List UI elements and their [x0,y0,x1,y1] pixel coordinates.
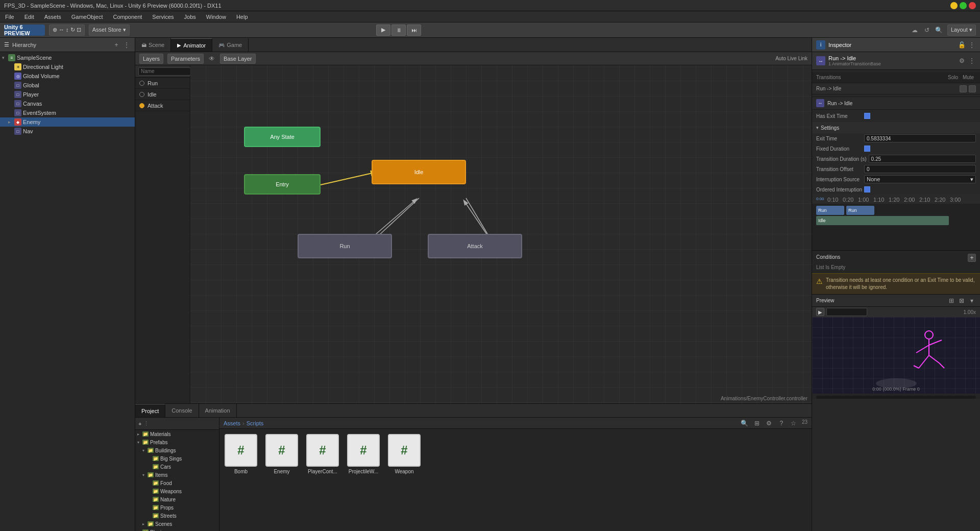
tree-item-buildings[interactable]: ▾ 📁 Buildings [135,446,219,454]
solo-checkbox[interactable] [960,85,967,92]
hier-item-directionallight[interactable]: ☀ Directional Light [0,62,135,71]
script-bomb[interactable]: # Bomb [225,434,257,474]
menu-jobs[interactable]: Jobs [182,13,198,21]
node-entry[interactable]: Entry [244,174,321,195]
node-run[interactable]: Run [298,234,392,258]
track-block-run2[interactable]: Run [846,206,874,215]
script-weapon[interactable]: # Weapon [388,434,421,474]
tree-item-materials[interactable]: ▸ 📁 Materials [135,430,219,438]
hier-item-enemy[interactable]: ▸ ◆ Enemy [0,117,135,127]
menu-assets[interactable]: Assets [42,13,63,21]
tab-console[interactable]: Console [165,404,199,417]
hier-item-player[interactable]: □ Player [0,90,135,99]
pause-button[interactable]: ⏸ [391,25,406,36]
hier-item-canvas[interactable]: □ Canvas [0,99,135,108]
tab-game[interactable]: 🎮 Game [212,38,249,52]
menu-edit[interactable]: Edit [22,13,36,21]
tree-item-nature[interactable]: 📁 Nature [135,495,219,503]
interruption-source-dropdown[interactable]: None ▾ [864,175,976,183]
parameters-btn[interactable]: Parameters [167,54,204,64]
track-block-idle[interactable]: Idle [816,216,949,225]
settings-icon[interactable]: ⚙ [765,419,773,427]
base-layer-btn[interactable]: Base Layer [220,54,256,64]
preview-play-btn[interactable]: ▶ [816,308,824,316]
layers-btn[interactable]: Layers [139,54,163,64]
more-icon[interactable]: ⋮ [968,41,976,49]
tree-item-streets[interactable]: 📁 Streets [135,512,219,520]
cloud-icon[interactable]: ☁ [911,26,919,34]
tree-item-plugins[interactable]: ▸ 📁 Plugins [135,528,219,531]
menu-file[interactable]: File [3,13,16,21]
step-button[interactable]: ⏭ [407,25,421,36]
tree-item-prefabs[interactable]: ▾ 📁 Prefabs [135,438,219,446]
search-icon[interactable]: 🔍 [935,26,943,34]
more-icon[interactable]: ⋮ [122,41,131,49]
hier-item-global[interactable]: □ Global [0,81,135,90]
script-projectile[interactable]: # ProjectileW... [347,434,380,474]
preview-time-input[interactable] [826,308,867,316]
breadcrumb-assets[interactable]: Assets [224,420,240,426]
more-icon[interactable]: ⋮ [968,57,976,65]
tree-item-items[interactable]: ▾ 📁 Items [135,471,219,479]
menu-help[interactable]: Help [234,13,250,21]
fixed-duration-checkbox[interactable] [864,146,870,152]
hier-item-samplescene[interactable]: ▾ ≡ SampleScene [0,53,135,62]
menu-gameobject[interactable]: GameObject [69,13,105,21]
script-enemy[interactable]: # Enemy [265,434,298,474]
transition-offset-field[interactable] [864,165,976,173]
menu-component[interactable]: Component [111,13,144,21]
tab-animation[interactable]: Animation [199,404,237,417]
mute-checkbox[interactable] [969,85,976,92]
hier-item-globalvolume[interactable]: ◎ Global Volume [0,71,135,81]
tree-item-weapons[interactable]: 📁 Weapons [135,487,219,495]
maximize-button[interactable] [960,2,967,9]
play-button[interactable]: ▶ [376,25,390,36]
hier-item-nav[interactable]: □ Nav [0,127,135,136]
asset-store-btn[interactable]: Asset Store ▾ [89,25,130,36]
more-btn[interactable]: ⋮ [143,420,149,427]
search-icon[interactable]: 🔍 [741,419,749,427]
layout-btn[interactable]: Layout ▾ [947,25,976,36]
hier-item-eventsystem[interactable]: □ EventSystem [0,108,135,117]
tab-scene[interactable]: 🏔 Scene [135,38,171,52]
preview-icon1[interactable]: ⊞ [947,297,955,305]
anim-item-run[interactable]: Run [135,78,190,89]
settings-icon[interactable]: ⚙ [958,57,966,65]
help-icon[interactable]: ? [777,419,786,427]
tab-project[interactable]: Project [135,404,165,417]
tab-animator[interactable]: ▶ Animator [171,38,212,52]
tree-item-bigsings[interactable]: 📁 Big Sings [135,454,219,463]
preview-progress-bar[interactable] [816,396,976,399]
track-block-run1[interactable]: Run [816,206,844,215]
tree-item-scenes1[interactable]: ▸ 📁 Scenes [135,520,219,528]
script-playercont[interactable]: # PlayerCont... [306,434,339,474]
lock-icon[interactable]: 🔓 [958,41,966,49]
star-icon[interactable]: ☆ [790,419,798,427]
add-icon[interactable]: + [112,41,120,49]
has-exit-time-checkbox[interactable] [864,113,870,119]
node-attack[interactable]: Attack [428,234,522,258]
preview-icon3[interactable]: ▾ [968,297,976,305]
toolbar-tools[interactable]: ⊕ ↔ ↕ ↻ ⊡ [49,25,85,36]
close-button[interactable] [969,2,976,9]
preview-icon2[interactable]: ⊠ [958,297,966,305]
animator-canvas[interactable]: Any State Entry Idle Run Attack Animatio… [190,65,812,403]
node-idle[interactable]: Idle [372,160,466,184]
add-btn[interactable]: + [138,421,141,427]
node-any-state[interactable]: Any State [244,127,321,147]
eye-icon[interactable]: 👁 [208,55,216,63]
conditions-add-btn[interactable]: + [968,254,976,262]
tree-item-food[interactable]: 📁 Food [135,479,219,487]
transition-duration-field[interactable] [869,155,976,163]
anim-item-attack[interactable]: Attack [135,100,190,111]
minimize-button[interactable] [950,2,958,9]
anim-item-idle[interactable]: Idle [135,89,190,100]
settings-section-header[interactable]: ▾ Settings [812,122,980,133]
tree-item-props[interactable]: 📁 Props [135,503,219,512]
transition-item-run-idle[interactable]: Run -> Idle [812,83,980,94]
history-icon[interactable]: ↺ [923,26,931,34]
exit-time-field[interactable] [864,134,976,142]
breadcrumb-scripts[interactable]: Scripts [247,420,264,426]
tree-item-cars[interactable]: 📁 Cars [135,463,219,471]
menu-window[interactable]: Window [204,13,228,21]
